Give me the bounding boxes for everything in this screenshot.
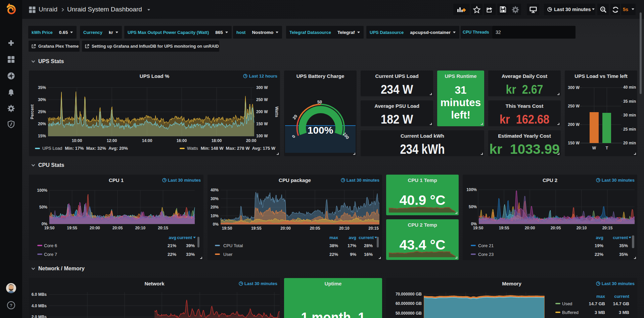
svg-text:20: 20 xyxy=(292,114,298,120)
svg-text:Percent: Percent xyxy=(30,104,35,119)
svg-text:70.000000 GB: 70.000000 GB xyxy=(396,292,422,297)
svg-text:20:05: 20:05 xyxy=(310,226,320,231)
svg-text:40 min: 40 min xyxy=(623,85,636,90)
svg-text:19:55: 19:55 xyxy=(67,226,77,230)
svg-text:200 W: 200 W xyxy=(256,109,268,114)
svg-text:20:05: 20:05 xyxy=(551,226,561,230)
svg-text:50: 50 xyxy=(317,100,322,104)
svg-text:19:50: 19:50 xyxy=(222,226,232,231)
svg-text:4.0 MBs: 4.0 MBs xyxy=(32,304,47,308)
svg-text:19:50: 19:50 xyxy=(44,226,55,230)
svg-text:20:10: 20:10 xyxy=(339,226,350,231)
svg-text:20:05: 20:05 xyxy=(112,226,123,230)
svg-text:150 W: 150 W xyxy=(568,141,580,145)
svg-text:14:00: 14:00 xyxy=(142,138,152,143)
svg-text:40%: 40% xyxy=(211,188,219,192)
svg-text:100%: 100% xyxy=(466,187,477,192)
svg-text:250 W: 250 W xyxy=(256,97,268,102)
svg-text:19:55: 19:55 xyxy=(251,226,262,231)
svg-text:200 W: 200 W xyxy=(568,122,580,127)
svg-text:18:00: 18:00 xyxy=(212,138,222,143)
svg-text:10:00: 10:00 xyxy=(72,138,82,143)
svg-text:30%: 30% xyxy=(38,97,46,102)
svg-text:16:00: 16:00 xyxy=(177,138,187,143)
svg-text:20:00: 20:00 xyxy=(246,138,257,143)
svg-text:20 min: 20 min xyxy=(623,141,636,145)
svg-text:25%: 25% xyxy=(38,109,46,114)
svg-text:300 W: 300 W xyxy=(256,85,268,90)
svg-text:25 min: 25 min xyxy=(623,127,636,132)
svg-text:60.000000 GB: 60.000000 GB xyxy=(396,301,422,306)
svg-text:20:00: 20:00 xyxy=(280,226,291,231)
svg-text:20%: 20% xyxy=(38,122,46,126)
svg-text:0%: 0% xyxy=(213,222,219,227)
svg-text:T: T xyxy=(606,146,608,150)
svg-text:Watts: Watts xyxy=(274,106,279,118)
svg-text:20%: 20% xyxy=(211,205,219,210)
svg-text:19:55: 19:55 xyxy=(499,226,509,230)
svg-text:50.000000 GB: 50.000000 GB xyxy=(396,311,422,316)
svg-text:250 W: 250 W xyxy=(568,104,580,108)
svg-text:30%: 30% xyxy=(211,196,219,201)
svg-text:10%: 10% xyxy=(211,214,219,218)
svg-text:20:15: 20:15 xyxy=(158,226,168,230)
svg-text:20:15: 20:15 xyxy=(602,226,613,230)
svg-text:50%: 50% xyxy=(469,205,477,209)
svg-text:19:50: 19:50 xyxy=(473,226,484,230)
svg-text:20:10: 20:10 xyxy=(135,226,145,230)
svg-text:12:00: 12:00 xyxy=(107,138,117,143)
svg-text:20:00: 20:00 xyxy=(525,226,535,230)
svg-text:100%: 100% xyxy=(37,188,47,193)
svg-text:W: W xyxy=(592,146,596,150)
svg-text:30 min: 30 min xyxy=(623,113,636,118)
svg-text:100 W: 100 W xyxy=(256,134,268,138)
svg-text:50%: 50% xyxy=(39,205,47,210)
svg-text:2.0 MBs: 2.0 MBs xyxy=(32,315,47,318)
svg-text:6.0 MBs: 6.0 MBs xyxy=(32,292,47,297)
svg-text:15%: 15% xyxy=(38,134,46,138)
svg-text:300 W: 300 W xyxy=(568,85,580,90)
svg-text:35%: 35% xyxy=(38,85,46,90)
svg-text:20:10: 20:10 xyxy=(577,226,587,230)
svg-text:20:15: 20:15 xyxy=(368,226,379,231)
svg-text:35 min: 35 min xyxy=(623,99,636,104)
svg-text:20:00: 20:00 xyxy=(90,226,100,230)
svg-text:?: ? xyxy=(10,303,12,308)
svg-text:150 W: 150 W xyxy=(256,122,268,126)
